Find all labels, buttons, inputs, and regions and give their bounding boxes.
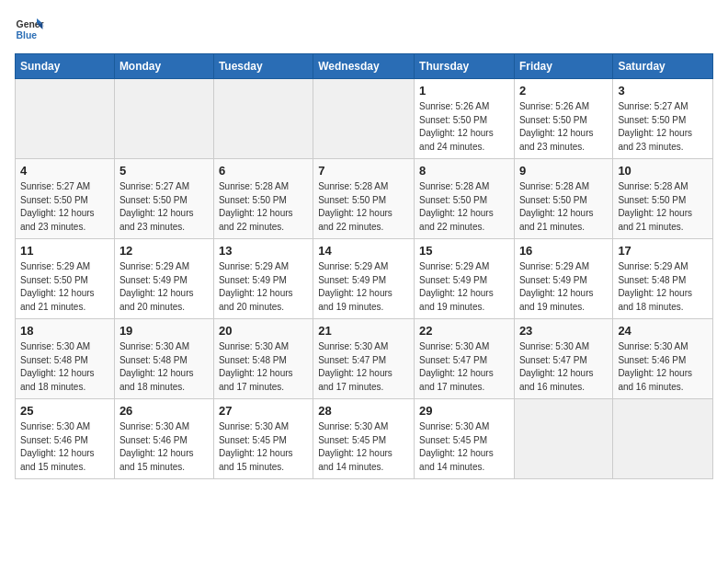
calendar-header-wednesday: Wednesday: [313, 54, 415, 79]
day-info: Sunrise: 5:30 AM Sunset: 5:46 PM Dayligh…: [20, 420, 109, 474]
day-info: Sunrise: 5:29 AM Sunset: 5:49 PM Dayligh…: [219, 260, 308, 314]
calendar-cell: 20Sunrise: 5:30 AM Sunset: 5:48 PM Dayli…: [213, 319, 313, 399]
day-number: 29: [419, 404, 509, 418]
day-number: 26: [119, 404, 209, 418]
calendar-cell: 8Sunrise: 5:28 AM Sunset: 5:50 PM Daylig…: [415, 159, 515, 239]
calendar-body: 1Sunrise: 5:26 AM Sunset: 5:50 PM Daylig…: [16, 79, 713, 479]
calendar-week-4: 18Sunrise: 5:30 AM Sunset: 5:48 PM Dayli…: [16, 319, 713, 399]
calendar-week-2: 4Sunrise: 5:27 AM Sunset: 5:50 PM Daylig…: [16, 159, 713, 239]
day-number: 14: [318, 244, 409, 258]
calendar-cell: 25Sunrise: 5:30 AM Sunset: 5:46 PM Dayli…: [16, 399, 115, 479]
day-number: 25: [20, 404, 109, 418]
calendar-cell: [16, 79, 115, 159]
day-info: Sunrise: 5:30 AM Sunset: 5:48 PM Dayligh…: [119, 340, 209, 394]
day-number: 12: [119, 244, 209, 258]
day-info: Sunrise: 5:28 AM Sunset: 5:50 PM Dayligh…: [219, 180, 308, 234]
day-number: 15: [419, 244, 509, 258]
calendar-cell: 27Sunrise: 5:30 AM Sunset: 5:45 PM Dayli…: [213, 399, 313, 479]
logo-icon: General Blue: [15, 15, 44, 44]
calendar-cell: 2Sunrise: 5:26 AM Sunset: 5:50 PM Daylig…: [514, 79, 612, 159]
day-info: Sunrise: 5:29 AM Sunset: 5:50 PM Dayligh…: [20, 260, 109, 314]
calendar-cell: [613, 399, 713, 479]
calendar-header-monday: Monday: [114, 54, 213, 79]
day-info: Sunrise: 5:30 AM Sunset: 5:45 PM Dayligh…: [219, 420, 308, 474]
calendar-cell: 28Sunrise: 5:30 AM Sunset: 5:45 PM Dayli…: [313, 399, 415, 479]
day-info: Sunrise: 5:28 AM Sunset: 5:50 PM Dayligh…: [618, 180, 708, 234]
day-number: 2: [519, 84, 608, 98]
calendar-cell: 3Sunrise: 5:27 AM Sunset: 5:50 PM Daylig…: [613, 79, 713, 159]
calendar-cell: 14Sunrise: 5:29 AM Sunset: 5:49 PM Dayli…: [313, 239, 415, 319]
day-number: 5: [119, 164, 209, 178]
day-info: Sunrise: 5:26 AM Sunset: 5:50 PM Dayligh…: [519, 100, 608, 154]
day-number: 9: [519, 164, 608, 178]
calendar-header-tuesday: Tuesday: [213, 54, 313, 79]
day-info: Sunrise: 5:29 AM Sunset: 5:49 PM Dayligh…: [119, 260, 209, 314]
calendar-cell: 15Sunrise: 5:29 AM Sunset: 5:49 PM Dayli…: [415, 239, 515, 319]
svg-text:Blue: Blue: [17, 30, 38, 40]
calendar-header-row: SundayMondayTuesdayWednesdayThursdayFrid…: [16, 54, 713, 79]
day-info: Sunrise: 5:26 AM Sunset: 5:50 PM Dayligh…: [419, 100, 509, 154]
day-number: 10: [618, 164, 708, 178]
day-info: Sunrise: 5:28 AM Sunset: 5:50 PM Dayligh…: [519, 180, 608, 234]
day-info: Sunrise: 5:30 AM Sunset: 5:45 PM Dayligh…: [318, 420, 409, 474]
calendar-cell: [114, 79, 213, 159]
calendar-cell: 21Sunrise: 5:30 AM Sunset: 5:47 PM Dayli…: [313, 319, 415, 399]
day-info: Sunrise: 5:30 AM Sunset: 5:47 PM Dayligh…: [419, 340, 509, 394]
page-header: General Blue: [15, 15, 713, 44]
day-info: Sunrise: 5:29 AM Sunset: 5:49 PM Dayligh…: [519, 260, 608, 314]
day-number: 13: [219, 244, 308, 258]
day-info: Sunrise: 5:28 AM Sunset: 5:50 PM Dayligh…: [318, 180, 409, 234]
calendar-cell: 6Sunrise: 5:28 AM Sunset: 5:50 PM Daylig…: [213, 159, 313, 239]
calendar-cell: 24Sunrise: 5:30 AM Sunset: 5:46 PM Dayli…: [613, 319, 713, 399]
day-info: Sunrise: 5:29 AM Sunset: 5:49 PM Dayligh…: [419, 260, 509, 314]
calendar-cell: 5Sunrise: 5:27 AM Sunset: 5:50 PM Daylig…: [114, 159, 213, 239]
day-number: 18: [20, 324, 109, 338]
calendar-cell: 22Sunrise: 5:30 AM Sunset: 5:47 PM Dayli…: [415, 319, 515, 399]
day-info: Sunrise: 5:28 AM Sunset: 5:50 PM Dayligh…: [419, 180, 509, 234]
calendar-cell: 19Sunrise: 5:30 AM Sunset: 5:48 PM Dayli…: [114, 319, 213, 399]
calendar-cell: [213, 79, 313, 159]
day-info: Sunrise: 5:27 AM Sunset: 5:50 PM Dayligh…: [20, 180, 109, 234]
calendar-cell: 1Sunrise: 5:26 AM Sunset: 5:50 PM Daylig…: [415, 79, 515, 159]
day-number: 20: [219, 324, 308, 338]
day-number: 3: [618, 84, 708, 98]
calendar-table: SundayMondayTuesdayWednesdayThursdayFrid…: [15, 53, 713, 479]
calendar-header-friday: Friday: [514, 54, 612, 79]
calendar-week-1: 1Sunrise: 5:26 AM Sunset: 5:50 PM Daylig…: [16, 79, 713, 159]
calendar-cell: 10Sunrise: 5:28 AM Sunset: 5:50 PM Dayli…: [613, 159, 713, 239]
day-info: Sunrise: 5:30 AM Sunset: 5:48 PM Dayligh…: [20, 340, 109, 394]
day-info: Sunrise: 5:30 AM Sunset: 5:47 PM Dayligh…: [519, 340, 608, 394]
calendar-cell: 23Sunrise: 5:30 AM Sunset: 5:47 PM Dayli…: [514, 319, 612, 399]
day-number: 22: [419, 324, 509, 338]
day-number: 6: [219, 164, 308, 178]
day-number: 17: [618, 244, 708, 258]
day-info: Sunrise: 5:30 AM Sunset: 5:45 PM Dayligh…: [419, 420, 509, 474]
calendar-header-saturday: Saturday: [613, 54, 713, 79]
calendar-cell: 26Sunrise: 5:30 AM Sunset: 5:46 PM Dayli…: [114, 399, 213, 479]
calendar-cell: 16Sunrise: 5:29 AM Sunset: 5:49 PM Dayli…: [514, 239, 612, 319]
calendar-cell: 9Sunrise: 5:28 AM Sunset: 5:50 PM Daylig…: [514, 159, 612, 239]
day-number: 11: [20, 244, 109, 258]
logo: General Blue: [15, 15, 48, 44]
calendar-cell: [313, 79, 415, 159]
calendar-cell: 18Sunrise: 5:30 AM Sunset: 5:48 PM Dayli…: [16, 319, 115, 399]
day-number: 24: [618, 324, 708, 338]
calendar-header-sunday: Sunday: [16, 54, 115, 79]
day-number: 7: [318, 164, 409, 178]
day-number: 19: [119, 324, 209, 338]
calendar-header-thursday: Thursday: [415, 54, 515, 79]
day-number: 8: [419, 164, 509, 178]
calendar-cell: 13Sunrise: 5:29 AM Sunset: 5:49 PM Dayli…: [213, 239, 313, 319]
day-info: Sunrise: 5:27 AM Sunset: 5:50 PM Dayligh…: [618, 100, 708, 154]
day-number: 4: [20, 164, 109, 178]
day-info: Sunrise: 5:30 AM Sunset: 5:46 PM Dayligh…: [618, 340, 708, 394]
calendar-week-5: 25Sunrise: 5:30 AM Sunset: 5:46 PM Dayli…: [16, 399, 713, 479]
calendar-cell: 12Sunrise: 5:29 AM Sunset: 5:49 PM Dayli…: [114, 239, 213, 319]
calendar-cell: 4Sunrise: 5:27 AM Sunset: 5:50 PM Daylig…: [16, 159, 115, 239]
calendar-week-3: 11Sunrise: 5:29 AM Sunset: 5:50 PM Dayli…: [16, 239, 713, 319]
calendar-cell: 29Sunrise: 5:30 AM Sunset: 5:45 PM Dayli…: [415, 399, 515, 479]
day-number: 16: [519, 244, 608, 258]
day-info: Sunrise: 5:30 AM Sunset: 5:47 PM Dayligh…: [318, 340, 409, 394]
day-info: Sunrise: 5:30 AM Sunset: 5:46 PM Dayligh…: [119, 420, 209, 474]
day-info: Sunrise: 5:29 AM Sunset: 5:48 PM Dayligh…: [618, 260, 708, 314]
